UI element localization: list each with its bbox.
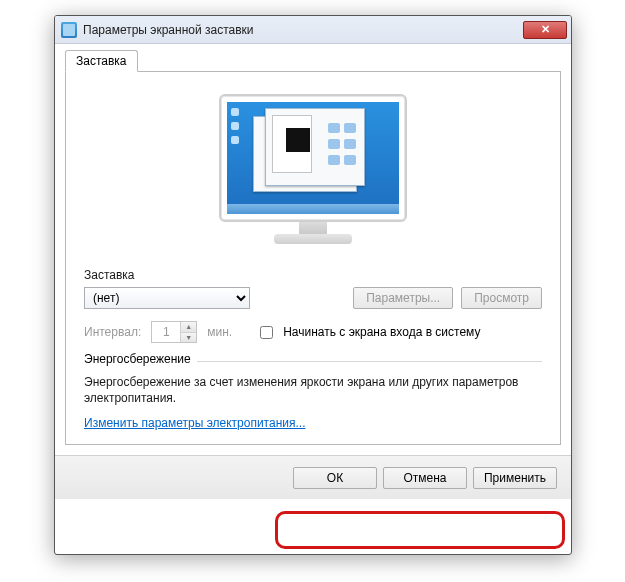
window-title: Параметры экранной заставки [83, 23, 523, 37]
wait-spinner[interactable]: ▲ ▼ [151, 321, 197, 343]
chevron-down-icon[interactable]: ▼ [181, 333, 196, 343]
power-legend: Энергосбережение [84, 352, 197, 366]
ok-button[interactable]: ОК [293, 467, 377, 489]
wait-value [152, 322, 180, 342]
screensaver-select[interactable]: (нет) [84, 287, 250, 309]
monitor-screen [227, 102, 399, 214]
wait-row: Интервал: ▲ ▼ мин. Начинать с экрана вхо… [84, 321, 542, 343]
screensaver-icon [61, 22, 77, 38]
preview-blob [344, 155, 356, 165]
resume-checkbox-label: Начинать с экрана входа в систему [283, 325, 480, 339]
preview-button: Просмотр [461, 287, 542, 309]
preview-blob [328, 155, 340, 165]
preview-taskbar [227, 204, 399, 214]
preview-blob [344, 139, 356, 149]
apply-button[interactable]: Применить [473, 467, 557, 489]
wait-unit: мин. [207, 325, 232, 339]
chevron-up-icon[interactable]: ▲ [181, 322, 196, 333]
preview-area [84, 88, 542, 268]
monitor-preview [219, 94, 407, 254]
preview-blob [344, 123, 356, 133]
dialog-body: Заставка [55, 44, 571, 455]
preview-blob [328, 139, 340, 149]
cancel-button[interactable]: Отмена [383, 467, 467, 489]
monitor-base [274, 234, 352, 244]
desktop-icon [231, 122, 239, 130]
tab-label: Заставка [76, 54, 127, 68]
desktop-icon [231, 108, 239, 116]
monitor-bezel [219, 94, 407, 222]
wait-label: Интервал: [84, 325, 141, 339]
annotation-highlight [275, 511, 565, 549]
screensaver-dialog: Параметры экранной заставки ✕ Заставка [54, 15, 572, 555]
tab-panel: Заставка (нет) Параметры... Просмотр Инт… [65, 71, 561, 445]
desktop-icon [231, 136, 239, 144]
resume-checkbox[interactable] [260, 326, 273, 339]
tabstrip: Заставка [65, 50, 561, 72]
preview-inner-panel [272, 115, 312, 173]
power-options-link[interactable]: Изменить параметры электропитания... [84, 416, 305, 430]
close-button[interactable]: ✕ [523, 21, 567, 39]
wait-spin-buttons: ▲ ▼ [180, 322, 196, 342]
tab-screensaver[interactable]: Заставка [65, 50, 138, 72]
power-text: Энергосбережение за счет изменения яркос… [84, 374, 542, 406]
screensaver-select-row: (нет) Параметры... Просмотр [84, 287, 542, 309]
power-section: Энергосбережение Энергосбережение за сче… [84, 361, 542, 430]
settings-button: Параметры... [353, 287, 453, 309]
screensaver-label: Заставка [84, 268, 542, 282]
titlebar[interactable]: Параметры экранной заставки ✕ [55, 16, 571, 44]
preview-black-thumb [286, 128, 310, 152]
close-icon: ✕ [541, 23, 550, 36]
preview-blob [328, 123, 340, 133]
dialog-footer: ОК Отмена Применить [55, 455, 571, 499]
preview-window [265, 108, 365, 186]
